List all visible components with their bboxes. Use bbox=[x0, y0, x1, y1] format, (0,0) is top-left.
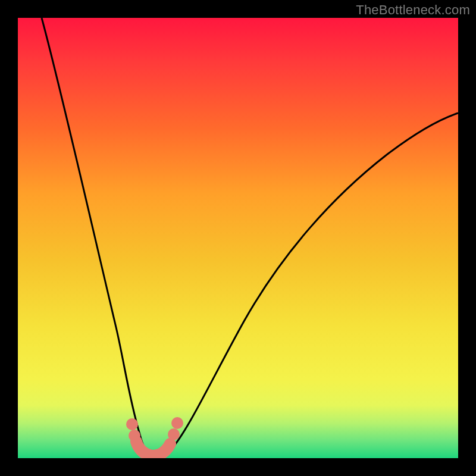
plot-area bbox=[18, 18, 458, 458]
marker-u bbox=[136, 441, 170, 456]
marker-cluster bbox=[126, 417, 183, 456]
marker-dot bbox=[168, 428, 180, 440]
marker-dot bbox=[129, 430, 140, 441]
bottleneck-curve bbox=[18, 18, 458, 458]
curve-left-branch bbox=[42, 18, 152, 456]
curve-right-branch bbox=[152, 113, 458, 456]
watermark-text: TheBottleneck.com bbox=[356, 2, 470, 18]
marker-dot bbox=[171, 417, 183, 429]
marker-dot bbox=[126, 418, 138, 430]
chart-frame: TheBottleneck.com bbox=[0, 0, 476, 476]
